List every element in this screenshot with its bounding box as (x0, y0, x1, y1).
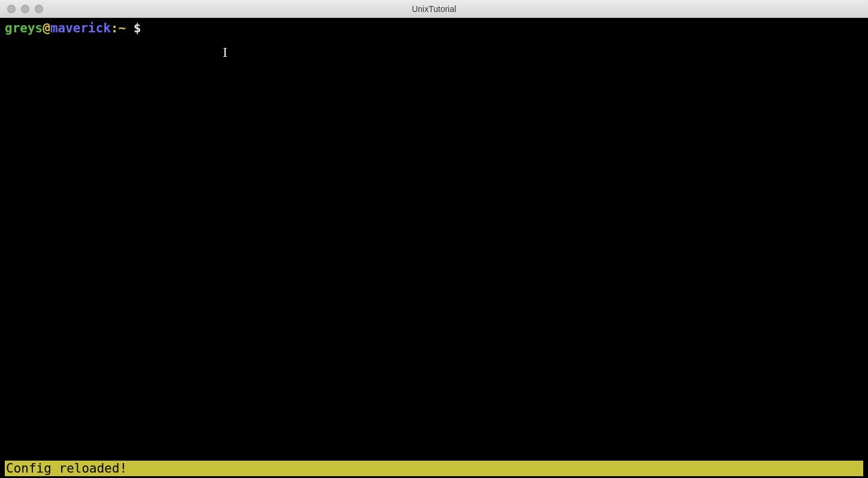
prompt-at: @ (43, 21, 50, 35)
prompt-symbol: $ (126, 21, 148, 35)
window-title: UnixTutorial (412, 4, 456, 14)
text-cursor-icon: I (223, 43, 227, 61)
prompt-host: maverick (50, 21, 111, 35)
window-titlebar: UnixTutorial (0, 0, 868, 18)
prompt-user: greys (5, 21, 43, 35)
zoom-button[interactable] (35, 5, 43, 13)
status-message: Config reloaded! (6, 461, 127, 476)
minimize-button[interactable] (21, 5, 29, 13)
traffic-lights (0, 5, 43, 13)
status-bar: Config reloaded! (5, 461, 863, 476)
terminal-viewport[interactable]: greys@maverick:~ $ I (0, 18, 868, 461)
prompt-path: ~ (119, 21, 126, 35)
prompt-colon: : (111, 21, 119, 35)
prompt-line: greys@maverick:~ $ (5, 20, 863, 36)
close-button[interactable] (7, 5, 16, 13)
